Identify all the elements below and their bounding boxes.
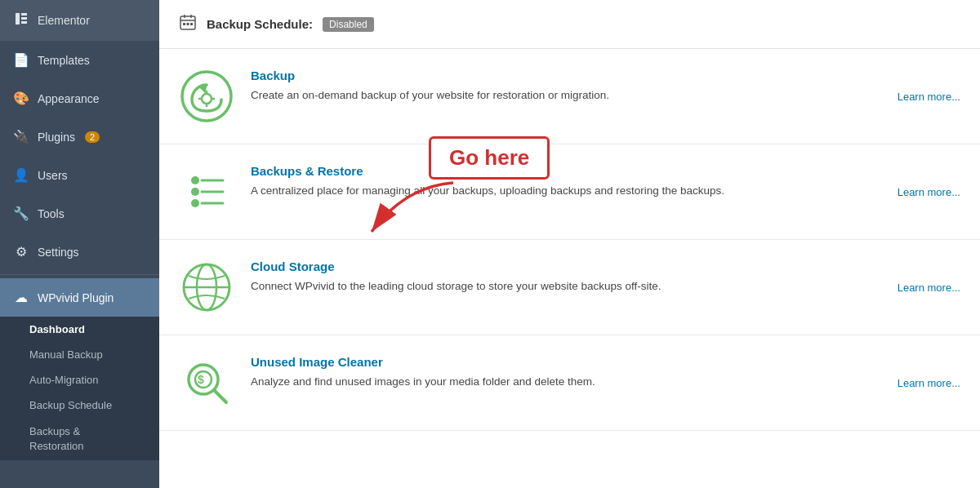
plugins-icon: 🔌 <box>13 129 29 144</box>
svg-rect-8 <box>183 23 185 25</box>
svg-text:$: $ <box>198 373 204 386</box>
feature-row-backup: Backup Create an on-demand backup of you… <box>159 49 980 144</box>
svg-rect-3 <box>21 21 27 24</box>
feature-unused-image-cleaner-content: Unused Image Cleaner Analyze and find un… <box>251 355 881 390</box>
backup-learn-more[interactable]: Learn more... <box>898 91 960 103</box>
sidebar-sub-auto-migration[interactable]: Auto-Migration <box>0 367 159 393</box>
sidebar-item-appearance-label: Appearance <box>38 92 100 105</box>
sidebar-item-settings[interactable]: ⚙ Settings <box>0 233 159 271</box>
svg-rect-10 <box>190 23 193 25</box>
svg-line-29 <box>214 390 226 402</box>
sidebar-item-plugins[interactable]: 🔌 Plugins 2 <box>0 118 159 156</box>
templates-icon: 📄 <box>13 52 29 68</box>
tools-icon: 🔧 <box>13 206 29 221</box>
feature-row-backups-restore: Backups & Restore A centralized place fo… <box>159 144 980 240</box>
backups-restore-learn-more[interactable]: Learn more... <box>898 186 960 198</box>
svg-point-19 <box>191 199 199 207</box>
unused-image-cleaner-icon-wrap: $ <box>179 355 234 410</box>
feature-row-cloud-storage: Cloud Storage Connect WPvivid to the lea… <box>159 240 980 335</box>
backups-restore-link[interactable]: Backups & Restore <box>251 164 881 178</box>
sidebar-item-tools[interactable]: 🔧 Tools <box>0 194 159 233</box>
sidebar-item-wpvivid[interactable]: ☁ WPvivid Plugin <box>0 278 159 317</box>
svg-point-11 <box>182 72 231 121</box>
sidebar-divider <box>0 274 159 275</box>
schedule-bar: Backup Schedule: Disabled <box>159 0 980 49</box>
plugins-badge: 2 <box>85 131 100 143</box>
svg-point-12 <box>202 94 212 104</box>
feature-backups-restore-content: Backups & Restore A centralized place fo… <box>251 164 881 199</box>
sidebar-item-wpvivid-label: WPvivid Plugin <box>38 291 114 304</box>
cloud-storage-learn-more[interactable]: Learn more... <box>898 282 960 294</box>
svg-rect-2 <box>21 17 27 20</box>
sidebar-item-templates[interactable]: 📄 Templates <box>0 41 159 79</box>
unused-image-cleaner-link[interactable]: Unused Image Cleaner <box>251 355 881 369</box>
backup-desc: Create an on-demand backup of your websi… <box>251 89 609 101</box>
calendar-icon <box>179 13 197 35</box>
backups-restore-icon-wrap <box>179 164 234 220</box>
sidebar-item-templates-label: Templates <box>38 54 90 67</box>
svg-point-17 <box>191 176 199 184</box>
main-content: Backup Schedule: Disabled Backup Create … <box>159 0 980 488</box>
sidebar-item-elementor-label: Elementor <box>38 14 90 27</box>
cloud-storage-icon-wrap <box>179 260 234 315</box>
sidebar: Elementor 📄 Templates 🎨 Appearance 🔌 Plu… <box>0 0 159 488</box>
unused-image-cleaner-desc: Analyze and find unused images in your m… <box>251 375 595 388</box>
backups-restore-desc: A centralized place for managing all you… <box>251 184 724 197</box>
schedule-status-badge: Disabled <box>323 17 374 32</box>
backup-icon-wrap <box>179 69 234 124</box>
feature-backup-content: Backup Create an on-demand backup of you… <box>251 69 881 104</box>
sidebar-item-elementor[interactable]: Elementor <box>0 0 159 41</box>
sidebar-sub-backup-schedule[interactable]: Backup Schedule <box>0 393 159 418</box>
cloud-storage-desc: Connect WPvivid to the leading cloud sto… <box>251 280 662 292</box>
svg-rect-1 <box>21 13 27 16</box>
svg-rect-9 <box>187 23 189 25</box>
feature-cloud-storage-content: Cloud Storage Connect WPvivid to the lea… <box>251 260 881 295</box>
sidebar-sub-backups-restoration[interactable]: Backups &Restoration <box>0 418 159 460</box>
sidebar-item-users-label: Users <box>38 169 68 182</box>
sidebar-sub-manual-backup[interactable]: Manual Backup <box>0 342 159 367</box>
svg-point-18 <box>191 188 199 196</box>
sidebar-item-tools-label: Tools <box>38 207 65 220</box>
sidebar-item-plugins-label: Plugins <box>38 131 75 144</box>
svg-rect-0 <box>16 13 20 24</box>
sidebar-sub-dashboard[interactable]: Dashboard <box>0 317 159 342</box>
wpvivid-icon: ☁ <box>13 290 29 305</box>
sidebar-submenu: Dashboard Manual Backup Auto-Migration B… <box>0 317 159 460</box>
users-icon: 👤 <box>13 167 29 183</box>
sidebar-item-users[interactable]: 👤 Users <box>0 156 159 194</box>
unused-image-cleaner-learn-more[interactable]: Learn more... <box>898 377 960 389</box>
settings-icon: ⚙ <box>13 244 29 260</box>
sidebar-item-settings-label: Settings <box>38 246 79 259</box>
feature-row-unused-image-cleaner: $ Unused Image Cleaner Analyze and find … <box>159 335 980 431</box>
cloud-storage-link[interactable]: Cloud Storage <box>251 260 881 273</box>
backup-link[interactable]: Backup <box>251 69 881 82</box>
elementor-icon <box>13 11 29 29</box>
appearance-icon: 🎨 <box>13 91 29 106</box>
schedule-label: Backup Schedule: <box>207 17 313 31</box>
sidebar-item-appearance[interactable]: 🎨 Appearance <box>0 79 159 118</box>
